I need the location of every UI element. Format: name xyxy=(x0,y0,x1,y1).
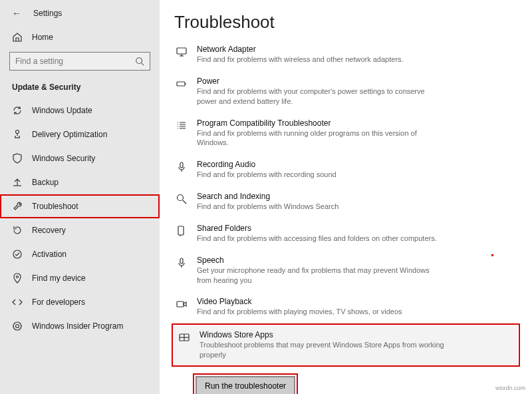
nav-label: Find my device xyxy=(32,274,86,283)
item-title: Speech xyxy=(197,256,516,265)
item-title: Video Playback xyxy=(197,297,516,306)
svg-point-1 xyxy=(16,130,19,134)
svg-rect-7 xyxy=(177,82,185,86)
main-panel: Troubleshoot Network Adapter Find and fi… xyxy=(160,0,532,394)
item-title: Program Compatibility Troubleshooter xyxy=(197,118,516,128)
svg-point-4 xyxy=(13,322,21,330)
back-arrow-icon[interactable]: ← xyxy=(12,8,21,19)
item-windows-store-apps[interactable]: Windows Store Apps Troubleshoot problems… xyxy=(174,326,517,364)
folder-icon xyxy=(176,225,188,237)
nav-label: For developers xyxy=(32,297,85,307)
svg-point-3 xyxy=(17,276,19,278)
nav-label: Troubleshoot xyxy=(32,202,78,211)
item-title: Windows Store Apps xyxy=(200,330,513,339)
developer-icon xyxy=(12,297,23,307)
item-desc: Get your microphone ready and fix proble… xyxy=(197,266,443,286)
nav-windows-insider[interactable]: Windows Insider Program xyxy=(0,314,160,338)
network-icon xyxy=(176,46,188,58)
nav-activation[interactable]: Activation xyxy=(0,242,160,266)
nav-backup[interactable]: Backup xyxy=(0,170,160,194)
item-title: Network Adapter xyxy=(197,45,516,54)
recovery-icon xyxy=(12,225,23,236)
red-dot-annotation xyxy=(491,254,493,256)
item-power[interactable]: Power Find and fix problems with your co… xyxy=(174,74,517,109)
nav-label: Windows Insider Program xyxy=(32,321,123,331)
nav-label: Backup xyxy=(32,178,59,187)
video-icon xyxy=(176,298,188,310)
item-desc: Find and fix problems with wireless and … xyxy=(197,55,443,65)
svg-rect-12 xyxy=(177,301,184,307)
item-title: Recording Audio xyxy=(197,160,516,169)
item-network-adapter[interactable]: Network Adapter Find and fix problems wi… xyxy=(174,42,517,67)
search-box[interactable] xyxy=(9,52,150,71)
home-icon xyxy=(12,32,23,43)
nav-for-developers[interactable]: For developers xyxy=(0,290,160,314)
delivery-icon xyxy=(12,129,23,140)
page-title: Troubleshoot xyxy=(174,12,517,33)
item-title: Search and Indexing xyxy=(197,192,516,201)
svg-rect-6 xyxy=(177,48,186,54)
search-index-icon xyxy=(176,193,188,205)
item-body: Search and Indexing Find and fix problem… xyxy=(197,192,516,212)
item-desc: Find and fix problems with recording sou… xyxy=(197,170,443,180)
nav-find-my-device[interactable]: Find my device xyxy=(0,266,160,290)
sidebar: ← Settings Home Update & Security Window… xyxy=(0,0,160,394)
item-title: Shared Folders xyxy=(197,224,516,233)
item-body: Video Playback Find and fix problems wit… xyxy=(197,297,516,317)
section-heading: Update & Security xyxy=(0,77,160,98)
item-desc: Find and fix problems with running older… xyxy=(197,128,443,148)
item-body: Recording Audio Find and fix problems wi… xyxy=(197,160,516,180)
item-desc: Find and fix problems with playing movie… xyxy=(197,307,443,317)
svg-rect-10 xyxy=(178,226,184,235)
item-search-indexing[interactable]: Search and Indexing Find and fix problem… xyxy=(174,189,517,214)
mic-icon xyxy=(176,161,188,173)
item-body: Windows Store Apps Troubleshoot problems… xyxy=(200,330,513,360)
speech-icon xyxy=(176,257,188,269)
item-desc: Find and fix problems with your computer… xyxy=(197,87,443,106)
svg-rect-8 xyxy=(180,162,183,168)
nav-label: Windows Update xyxy=(32,106,92,115)
item-program-compat[interactable]: Program Compatibility Troubleshooter Fin… xyxy=(174,116,517,151)
nav-delivery-optimization[interactable]: Delivery Optimization xyxy=(0,122,160,146)
nav-windows-update[interactable]: Windows Update xyxy=(0,98,160,122)
nav-list: Windows Update Delivery Optimization Win… xyxy=(0,98,160,338)
home-label: Home xyxy=(32,33,53,42)
item-title: Power xyxy=(197,77,516,86)
item-recording-audio[interactable]: Recording Audio Find and fix problems wi… xyxy=(174,157,517,182)
nav-label: Delivery Optimization xyxy=(32,130,107,139)
settings-label: Settings xyxy=(33,9,62,18)
item-body: Program Compatibility Troubleshooter Fin… xyxy=(197,118,516,148)
watermark: wsxdn.com xyxy=(495,385,525,391)
svg-point-9 xyxy=(178,195,184,201)
item-desc: Find and fix problems with accessing fil… xyxy=(197,234,443,244)
compat-icon xyxy=(176,120,188,132)
settings-header: ← Settings xyxy=(0,4,160,25)
item-shared-folders[interactable]: Shared Folders Find and fix problems wit… xyxy=(174,221,517,246)
item-body: Speech Get your microphone ready and fix… xyxy=(197,256,516,286)
svg-point-2 xyxy=(13,250,21,258)
svg-point-0 xyxy=(136,58,142,64)
nav-windows-security[interactable]: Windows Security xyxy=(0,146,160,170)
item-speech[interactable]: Speech Get your microphone ready and fix… xyxy=(174,253,517,288)
activation-icon xyxy=(12,249,23,260)
svg-point-5 xyxy=(16,325,19,328)
run-troubleshooter-button[interactable]: Run the troubleshooter xyxy=(196,376,295,394)
troubleshooter-list: Network Adapter Find and fix problems wi… xyxy=(174,42,517,394)
svg-rect-11 xyxy=(180,258,183,264)
item-video-playback[interactable]: Video Playback Find and fix problems wit… xyxy=(174,294,517,319)
nav-troubleshoot[interactable]: Troubleshoot xyxy=(0,194,160,218)
insider-icon xyxy=(12,321,23,331)
nav-label: Windows Security xyxy=(32,154,95,163)
power-icon xyxy=(176,78,188,90)
sync-icon xyxy=(12,105,23,116)
item-body: Shared Folders Find and fix problems wit… xyxy=(197,224,516,244)
item-body: Power Find and fix problems with your co… xyxy=(197,77,516,106)
item-body: Network Adapter Find and fix problems wi… xyxy=(197,45,516,65)
nav-label: Activation xyxy=(32,250,66,259)
wrench-icon xyxy=(12,201,23,212)
run-wrap: Run the troubleshooter xyxy=(196,376,517,394)
home-nav[interactable]: Home xyxy=(0,25,160,49)
search-icon xyxy=(135,57,144,66)
search-input[interactable] xyxy=(15,57,125,66)
nav-recovery[interactable]: Recovery xyxy=(0,218,160,242)
